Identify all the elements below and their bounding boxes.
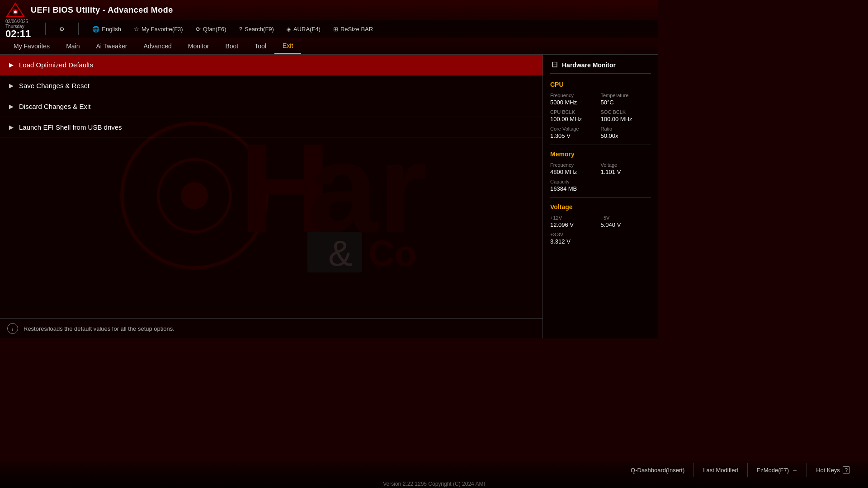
- mem-voltage-col: Voltage 1.101 V: [601, 162, 651, 175]
- language-button[interactable]: 🌐 English: [90, 25, 124, 33]
- hw-monitor-header: 🖥 Hardware Monitor: [550, 60, 651, 74]
- hardware-monitor-panel: 🖥 Hardware Monitor CPU Frequency 5000 MH…: [542, 55, 658, 338]
- page-title: UEFI BIOS Utility - Advanced Mode: [31, 5, 173, 15]
- v33-col: +3.3V 3.312 V: [550, 232, 601, 245]
- memory-section: Memory Frequency 4800 MHz Voltage 1.101 …: [550, 150, 651, 192]
- mem-capacity-col: Capacity 16384 MB: [550, 179, 601, 192]
- settings-icon: ⚙: [59, 26, 65, 33]
- svg-text:Co: Co: [368, 233, 417, 273]
- toolbar-divider2: [78, 23, 79, 35]
- mem-voltage-label: Voltage: [601, 162, 651, 168]
- cpu-row-2: CPU BCLK 100.00 MHz SOC BCLK 100.00 MHz: [550, 109, 651, 122]
- info-icon: i: [7, 323, 18, 334]
- svg-point-6: [181, 182, 208, 209]
- voltage-empty-col: [601, 232, 651, 245]
- nav-item-favorites[interactable]: My Favorites: [5, 39, 58, 53]
- load-defaults-label: Load Optimized Defaults: [19, 61, 93, 69]
- status-description: Restores/loads the default values for al…: [24, 325, 175, 332]
- favorites-button[interactable]: ☆ My Favorite(F3): [131, 25, 186, 33]
- save-reset-label: Save Changes & Reset: [19, 82, 90, 89]
- menu-item-launch-shell[interactable]: ▶ Launch EFI Shell from USB drives: [0, 117, 542, 138]
- nav-item-monitor[interactable]: Monitor: [180, 39, 217, 53]
- nav-item-boot[interactable]: Boot: [217, 39, 246, 53]
- v33-label: +3.3V: [550, 232, 601, 237]
- cpu-bclk-col: CPU BCLK 100.00 MHz: [550, 109, 601, 122]
- favorites-label: My Favorite(F3): [142, 26, 183, 33]
- toolbar-left: 02/06/2025Thursday 02:11: [5, 19, 34, 39]
- cpu-section: CPU Frequency 5000 MHz Temperature 50°C …: [550, 81, 651, 139]
- memory-voltage-divider: [550, 197, 651, 198]
- ratio-value: 50.00x: [601, 132, 651, 139]
- discard-exit-label: Discard Changes & Exit: [19, 103, 90, 110]
- aura-button[interactable]: ◈ AURA(F4): [284, 25, 323, 33]
- menu-item-load-defaults[interactable]: ▶ Load Optimized Defaults: [0, 55, 542, 75]
- language-globe-icon: 🌐: [92, 26, 99, 33]
- toolbar-divider: [45, 23, 46, 35]
- svg-point-3: [14, 10, 17, 13]
- nav-item-advanced[interactable]: Advanced: [135, 39, 179, 53]
- v12-col: +12V 12.096 V: [550, 215, 601, 228]
- nav-item-ai-tweaker[interactable]: Ai Tweaker: [88, 39, 135, 53]
- memory-row-2: Capacity 16384 MB: [550, 179, 651, 192]
- date-display: 02/06/2025Thursday: [5, 19, 31, 29]
- favorites-icon: ☆: [134, 26, 139, 33]
- nav-bar: My Favorites Main Ai Tweaker Advanced Mo…: [0, 38, 658, 54]
- v33-value: 3.312 V: [550, 238, 601, 245]
- title-bar: UEFI BIOS Utility - Advanced Mode: [0, 0, 658, 20]
- svg-text:&: &: [328, 233, 352, 273]
- qfan-button[interactable]: ⟳ Qfan(F6): [193, 25, 229, 33]
- resize-bar-button[interactable]: ⊞ ReSize BAR: [330, 25, 376, 33]
- v12-label: +12V: [550, 215, 601, 221]
- svg-text:ardwa: ardwa: [307, 117, 429, 258]
- nav-item-tool[interactable]: Tool: [246, 39, 274, 53]
- memory-row-1: Frequency 4800 MHz Voltage 1.101 V: [550, 162, 651, 175]
- launch-shell-label: Launch EFI Shell from USB drives: [19, 123, 122, 131]
- svg-text:H: H: [240, 117, 331, 258]
- qfan-label: Qfan(F6): [203, 26, 226, 33]
- mem-freq-value: 4800 MHz: [550, 169, 601, 175]
- mem-empty-col: [601, 179, 651, 192]
- cpu-freq-label: Frequency: [550, 93, 601, 98]
- voltage-row-2: +3.3V 3.312 V: [550, 232, 651, 245]
- memory-section-title: Memory: [550, 150, 651, 158]
- ratio-col: Ratio 50.00x: [601, 126, 651, 139]
- svg-point-5: [158, 160, 231, 232]
- soc-bclk-col: SOC BCLK 100.00 MHz: [601, 109, 651, 122]
- cpu-freq-value: 5000 MHz: [550, 99, 601, 106]
- nav-item-exit[interactable]: Exit: [274, 38, 301, 54]
- cpu-temp-value: 50°C: [601, 99, 651, 106]
- menu-item-discard-exit[interactable]: ▶ Discard Changes & Exit: [0, 96, 542, 117]
- mem-voltage-value: 1.101 V: [601, 169, 651, 175]
- arrow-icon2: ▶: [9, 82, 14, 89]
- cpu-row-3: Core Voltage 1.305 V Ratio 50.00x: [550, 126, 651, 139]
- rog-logo-icon: [5, 2, 25, 18]
- cpu-row-1: Frequency 5000 MHz Temperature 50°C: [550, 93, 651, 106]
- svg-rect-9: [307, 232, 362, 272]
- content-area: H ardwa & Co ▶ Load Optimized Defaults ▶…: [0, 55, 542, 338]
- menu-item-save-reset[interactable]: ▶ Save Changes & Reset: [0, 75, 542, 96]
- mem-capacity-label: Capacity: [550, 179, 601, 184]
- core-voltage-label: Core Voltage: [550, 126, 601, 131]
- cpu-bclk-label: CPU BCLK: [550, 109, 601, 115]
- menu-list: ▶ Load Optimized Defaults ▶ Save Changes…: [0, 55, 542, 138]
- monitor-display-icon: 🖥: [550, 60, 558, 70]
- main-layout: H ardwa & Co ▶ Load Optimized Defaults ▶…: [0, 55, 658, 338]
- arrow-icon4: ▶: [9, 124, 14, 131]
- mem-capacity-value: 16384 MB: [550, 185, 601, 192]
- cpu-memory-divider: [550, 145, 651, 145]
- core-voltage-value: 1.305 V: [550, 132, 601, 139]
- search-button[interactable]: ? Search(F9): [236, 25, 277, 33]
- toolbar: 02/06/2025Thursday 02:11 ⚙ 🌐 English ☆ M…: [0, 20, 658, 38]
- mem-freq-col: Frequency 4800 MHz: [550, 162, 601, 175]
- search-label: Search(F9): [245, 26, 274, 33]
- aura-icon: ◈: [287, 26, 291, 33]
- resize-icon: ⊞: [333, 26, 338, 33]
- datetime: 02/06/2025Thursday 02:11: [5, 19, 31, 39]
- cpu-bclk-value: 100.00 MHz: [550, 116, 601, 122]
- soc-bclk-value: 100.00 MHz: [601, 116, 651, 122]
- ratio-label: Ratio: [601, 126, 651, 131]
- v5-col: +5V 5.040 V: [601, 215, 651, 228]
- v5-value: 5.040 V: [601, 221, 651, 228]
- settings-button[interactable]: ⚙: [57, 25, 67, 33]
- nav-item-main[interactable]: Main: [58, 39, 88, 53]
